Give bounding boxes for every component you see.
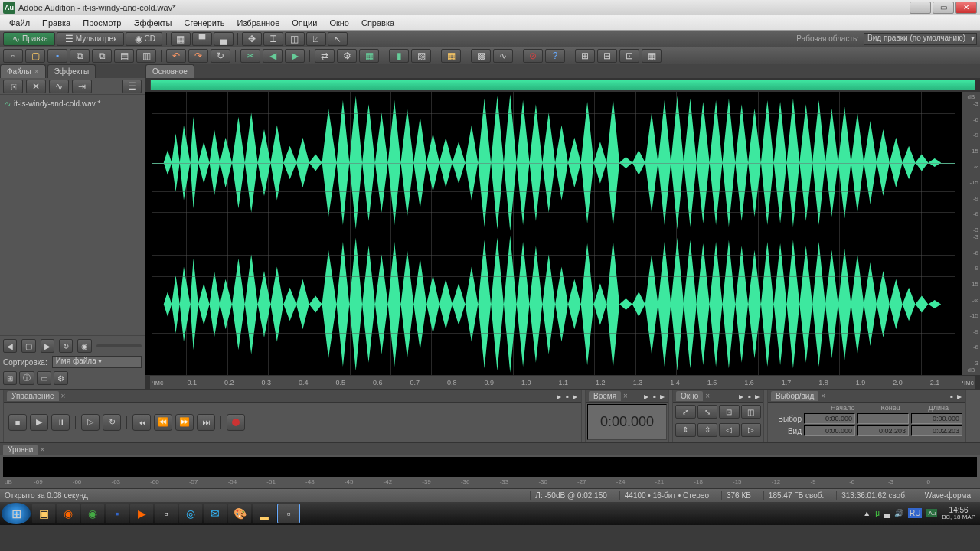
tool-scrub-button[interactable]: ↖	[328, 32, 348, 46]
paste-button[interactable]: ▤	[114, 49, 134, 63]
transport-tab[interactable]: Управление	[7, 391, 59, 401]
new-button[interactable]: ▫	[3, 49, 23, 63]
tray-au-icon[interactable]: Au	[926, 509, 937, 517]
ch-left-button[interactable]: ◀	[263, 49, 283, 63]
tb-mail[interactable]: ✉	[204, 504, 227, 523]
save-button[interactable]: ▪	[47, 49, 67, 63]
view-tab[interactable]: Выбор/вид	[771, 391, 818, 401]
close-button[interactable]: ✕	[956, 2, 977, 14]
grid-button[interactable]: ▦	[359, 49, 379, 63]
extra1-button[interactable]: ⊞	[575, 49, 595, 63]
import-button[interactable]: ⎘	[3, 80, 23, 93]
tb-folder[interactable]: ▂	[253, 504, 276, 523]
tool-spectral-button[interactable]: ▦	[171, 32, 191, 46]
extra2-button[interactable]: ⊟	[597, 49, 617, 63]
menu-view[interactable]: Просмотр	[77, 17, 127, 29]
group-button[interactable]: ▦	[441, 49, 461, 63]
tb-media[interactable]: ▶	[130, 504, 153, 523]
show-markers-button[interactable]: ⊞	[3, 371, 17, 385]
redo-button[interactable]: ↷	[188, 49, 208, 63]
zoom-full-button[interactable]: ⊡	[719, 405, 740, 419]
freq-button[interactable]: ∿	[493, 49, 513, 63]
stop-button[interactable]: ■	[8, 414, 27, 431]
tray-vol-icon[interactable]: 🔊	[894, 509, 903, 517]
start-button[interactable]: ⊞	[2, 503, 31, 524]
trim-button[interactable]: ✂	[240, 49, 260, 63]
tab-files[interactable]: Файлы×	[0, 64, 46, 78]
tool-time-select-button[interactable]: Ꮖ	[263, 32, 283, 46]
advanced-button[interactable]: ⚙	[54, 371, 68, 385]
tray-clock[interactable]: 14:56 ВС, 18 МАР	[942, 506, 975, 521]
close-icon[interactable]: ×	[34, 67, 39, 76]
zoom-right-button[interactable]: ▷	[741, 423, 762, 437]
zoom-out-v-button[interactable]: ⇳	[697, 423, 718, 437]
zoom-left-button[interactable]: ◁	[719, 423, 740, 437]
tb-paint[interactable]: 🎨	[228, 504, 251, 523]
marker-button[interactable]: ▮	[389, 49, 409, 63]
tray-utorrent-icon[interactable]: μ	[875, 509, 880, 517]
tray-flag-icon[interactable]: ▲	[863, 509, 871, 517]
menu-file[interactable]: Файл	[3, 17, 36, 29]
view-end-field[interactable]: 0:02.203	[858, 425, 909, 436]
full-path-button[interactable]: ▭	[37, 371, 51, 385]
insert-button[interactable]: ⇥	[72, 80, 92, 93]
workspace-select[interactable]: Вид правки (по умолчанию)	[864, 33, 977, 45]
goto-start-button[interactable]: ⏮	[132, 414, 151, 431]
copy-button[interactable]: ⧉	[70, 49, 90, 63]
convert-button[interactable]: ⇄	[315, 49, 335, 63]
waveform-display[interactable]	[145, 92, 962, 375]
copy-new-button[interactable]: ⧉	[92, 49, 112, 63]
minimize-button[interactable]: —	[910, 2, 931, 14]
tb-doc[interactable]: ▫	[155, 504, 178, 523]
tb-word[interactable]: ▪	[106, 504, 129, 523]
view-len-field[interactable]: 0:02.203	[911, 425, 962, 436]
tray-net-icon[interactable]: ▄	[884, 509, 890, 517]
tray-lang-icon[interactable]: RU	[908, 508, 922, 518]
tool-marquee-button[interactable]: ◫	[285, 32, 305, 46]
autoplay-button[interactable]: ◉	[77, 339, 92, 353]
open-button[interactable]: ▢	[25, 49, 45, 63]
tab-effects[interactable]: Эффекты	[47, 64, 96, 78]
editor-tab-main[interactable]: Основное	[145, 64, 194, 78]
forward-button[interactable]: ⏩	[175, 414, 194, 431]
next-button[interactable]: ▶	[41, 339, 54, 353]
play-start-button[interactable]: ▷	[81, 414, 100, 431]
tb-chrome[interactable]: ◉	[81, 504, 104, 523]
zoom-out-h-button[interactable]: ⤡	[697, 405, 718, 419]
ch-right-button[interactable]: ▶	[285, 49, 305, 63]
zoom-in-v-button[interactable]: ⇕	[675, 423, 696, 437]
tool-lasso-button[interactable]: ⟀	[306, 32, 326, 46]
paste-new-button[interactable]: ▥	[136, 49, 156, 63]
tool-top-button[interactable]: ▀	[192, 32, 212, 46]
tb-app[interactable]: ▫	[277, 504, 300, 523]
sel-start-field[interactable]: 0:00.000	[804, 413, 855, 424]
tool-bottom-button[interactable]: ▄	[214, 32, 234, 46]
menu-favorites[interactable]: Избранное	[231, 17, 286, 29]
menu-options[interactable]: Опции	[286, 17, 323, 29]
close-file-button[interactable]: ✕	[26, 80, 46, 93]
tb-browser2[interactable]: ◎	[179, 504, 202, 523]
menu-help[interactable]: Справка	[355, 17, 400, 29]
repeat-button[interactable]: ↻	[211, 49, 230, 63]
menu-edit[interactable]: Правка	[36, 17, 77, 29]
options-button[interactable]: ☰	[122, 80, 142, 93]
extra4-button[interactable]: ▦	[642, 49, 662, 63]
menu-window[interactable]: Окно	[323, 17, 355, 29]
undo-button[interactable]: ↶	[166, 49, 186, 63]
help-button[interactable]: ?	[545, 49, 565, 63]
sel-end-field[interactable]	[858, 413, 909, 424]
maximize-button[interactable]: ▭	[933, 2, 954, 14]
mode-edit-button[interactable]: ∿Правка	[3, 32, 55, 46]
menu-generate[interactable]: Сгенерить	[178, 17, 230, 29]
zoom-sel-button[interactable]: ◫	[741, 405, 762, 419]
tb-explorer[interactable]: ▣	[32, 504, 55, 523]
tool-hand-button[interactable]: ✥	[242, 32, 262, 46]
mode-cd-button[interactable]: ◉CD	[126, 32, 162, 46]
menu-effects[interactable]: Эффекты	[127, 17, 178, 29]
rewind-button[interactable]: ⏪	[154, 414, 172, 431]
mode-multitrack-button[interactable]: ☰Мультитрек	[57, 32, 124, 46]
deny-button[interactable]: ⊘	[523, 49, 543, 63]
play-button[interactable]: ▶	[30, 414, 48, 431]
extra3-button[interactable]: ⊡	[619, 49, 639, 63]
play-preview-button[interactable]: ▢	[21, 339, 36, 353]
